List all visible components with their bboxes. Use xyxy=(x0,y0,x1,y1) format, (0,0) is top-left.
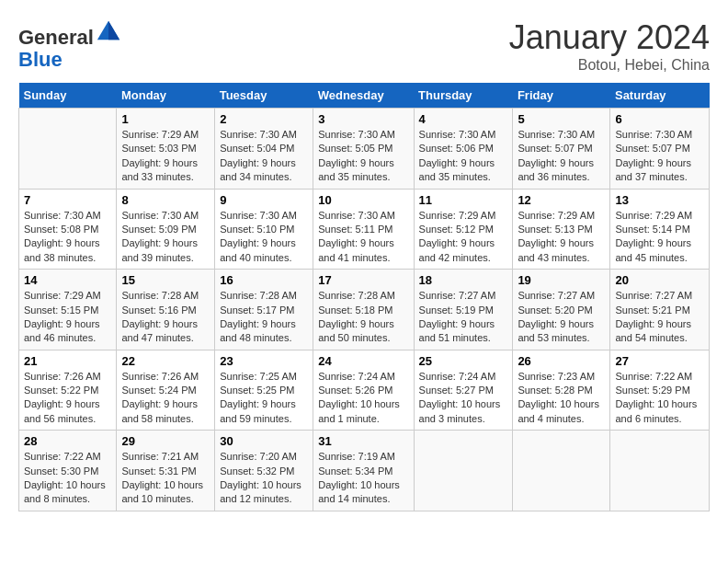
day-info: Sunrise: 7:28 AM Sunset: 5:18 PM Dayligh… xyxy=(318,289,408,346)
day-number: 3 xyxy=(318,112,408,126)
day-number: 11 xyxy=(419,193,508,207)
calendar-cell: 20Sunrise: 7:27 AM Sunset: 5:21 PM Dayli… xyxy=(610,270,710,350)
weekday-header-cell: Saturday xyxy=(610,83,710,109)
calendar-cell: 21Sunrise: 7:26 AM Sunset: 5:22 PM Dayli… xyxy=(19,350,117,431)
day-number: 25 xyxy=(419,354,508,368)
calendar-cell xyxy=(19,109,117,190)
title-block: January 2024 Botou, Hebei, China xyxy=(509,18,710,74)
calendar-cell: 4Sunrise: 7:30 AM Sunset: 5:06 PM Daylig… xyxy=(414,109,513,190)
day-number: 6 xyxy=(615,112,704,126)
logo-icon xyxy=(96,18,121,44)
calendar-cell: 9Sunrise: 7:30 AM Sunset: 5:10 PM Daylig… xyxy=(215,189,313,270)
day-number: 17 xyxy=(318,273,408,287)
svg-marker-1 xyxy=(108,21,119,40)
day-info: Sunrise: 7:27 AM Sunset: 5:20 PM Dayligh… xyxy=(518,289,605,346)
page-header: General Blue January 2024 Botou, Hebei, … xyxy=(18,18,710,74)
day-number: 16 xyxy=(220,273,308,287)
day-info: Sunrise: 7:26 AM Sunset: 5:22 PM Dayligh… xyxy=(24,370,111,427)
day-info: Sunrise: 7:20 AM Sunset: 5:32 PM Dayligh… xyxy=(220,450,308,507)
day-info: Sunrise: 7:29 AM Sunset: 5:13 PM Dayligh… xyxy=(518,209,605,266)
calendar-cell: 18Sunrise: 7:27 AM Sunset: 5:19 PM Dayli… xyxy=(414,270,513,350)
day-info: Sunrise: 7:25 AM Sunset: 5:25 PM Dayligh… xyxy=(220,370,308,427)
day-number: 24 xyxy=(318,354,408,368)
calendar-cell xyxy=(414,431,513,511)
day-number: 21 xyxy=(24,354,111,368)
calendar-cell: 5Sunrise: 7:30 AM Sunset: 5:07 PM Daylig… xyxy=(513,109,610,190)
day-info: Sunrise: 7:30 AM Sunset: 5:07 PM Dayligh… xyxy=(615,128,704,185)
calendar-cell: 31Sunrise: 7:19 AM Sunset: 5:34 PM Dayli… xyxy=(313,431,414,511)
day-info: Sunrise: 7:29 AM Sunset: 5:12 PM Dayligh… xyxy=(419,209,508,266)
calendar-cell: 24Sunrise: 7:24 AM Sunset: 5:26 PM Dayli… xyxy=(313,350,414,431)
day-number: 4 xyxy=(419,112,508,126)
day-info: Sunrise: 7:24 AM Sunset: 5:27 PM Dayligh… xyxy=(419,370,508,427)
day-info: Sunrise: 7:27 AM Sunset: 5:19 PM Dayligh… xyxy=(419,289,508,346)
day-info: Sunrise: 7:30 AM Sunset: 5:04 PM Dayligh… xyxy=(220,128,308,185)
day-number: 10 xyxy=(318,193,408,207)
day-number: 1 xyxy=(121,112,210,126)
calendar-cell: 8Sunrise: 7:30 AM Sunset: 5:09 PM Daylig… xyxy=(117,189,215,270)
day-info: Sunrise: 7:30 AM Sunset: 5:10 PM Dayligh… xyxy=(220,209,308,266)
calendar-cell: 14Sunrise: 7:29 AM Sunset: 5:15 PM Dayli… xyxy=(19,270,117,350)
calendar-week-row: 1Sunrise: 7:29 AM Sunset: 5:03 PM Daylig… xyxy=(19,109,710,190)
calendar-cell: 10Sunrise: 7:30 AM Sunset: 5:11 PM Dayli… xyxy=(313,189,414,270)
day-info: Sunrise: 7:30 AM Sunset: 5:11 PM Dayligh… xyxy=(318,209,408,266)
weekday-header-cell: Sunday xyxy=(19,83,117,109)
calendar-week-row: 7Sunrise: 7:30 AM Sunset: 5:08 PM Daylig… xyxy=(19,189,710,270)
weekday-header-cell: Wednesday xyxy=(313,83,414,109)
calendar-cell: 17Sunrise: 7:28 AM Sunset: 5:18 PM Dayli… xyxy=(313,270,414,350)
logo-blue: Blue xyxy=(18,48,63,71)
day-number: 8 xyxy=(121,193,210,207)
day-info: Sunrise: 7:28 AM Sunset: 5:16 PM Dayligh… xyxy=(121,289,210,346)
day-number: 9 xyxy=(220,193,308,207)
day-number: 15 xyxy=(121,273,210,287)
day-number: 31 xyxy=(318,434,408,448)
day-number: 30 xyxy=(220,434,308,448)
day-info: Sunrise: 7:28 AM Sunset: 5:17 PM Dayligh… xyxy=(220,289,308,346)
day-number: 22 xyxy=(121,354,210,368)
calendar-cell: 7Sunrise: 7:30 AM Sunset: 5:08 PM Daylig… xyxy=(19,189,117,270)
day-number: 29 xyxy=(121,434,210,448)
day-info: Sunrise: 7:24 AM Sunset: 5:26 PM Dayligh… xyxy=(318,370,408,427)
day-info: Sunrise: 7:29 AM Sunset: 5:14 PM Dayligh… xyxy=(615,209,704,266)
day-info: Sunrise: 7:21 AM Sunset: 5:31 PM Dayligh… xyxy=(121,450,210,507)
calendar-cell: 30Sunrise: 7:20 AM Sunset: 5:32 PM Dayli… xyxy=(215,431,313,511)
day-number: 20 xyxy=(615,273,704,287)
day-number: 12 xyxy=(518,193,605,207)
day-info: Sunrise: 7:29 AM Sunset: 5:03 PM Dayligh… xyxy=(121,128,210,185)
calendar-cell: 26Sunrise: 7:23 AM Sunset: 5:28 PM Dayli… xyxy=(513,350,610,431)
day-number: 26 xyxy=(518,354,605,368)
calendar-cell xyxy=(513,431,610,511)
calendar-cell: 25Sunrise: 7:24 AM Sunset: 5:27 PM Dayli… xyxy=(414,350,513,431)
weekday-header-cell: Thursday xyxy=(414,83,513,109)
weekday-header-row: SundayMondayTuesdayWednesdayThursdayFrid… xyxy=(19,83,710,109)
calendar-week-row: 21Sunrise: 7:26 AM Sunset: 5:22 PM Dayli… xyxy=(19,350,710,431)
day-number: 5 xyxy=(518,112,605,126)
day-number: 13 xyxy=(615,193,704,207)
calendar-week-row: 28Sunrise: 7:22 AM Sunset: 5:30 PM Dayli… xyxy=(19,431,710,511)
day-info: Sunrise: 7:27 AM Sunset: 5:21 PM Dayligh… xyxy=(615,289,704,346)
day-info: Sunrise: 7:26 AM Sunset: 5:24 PM Dayligh… xyxy=(121,370,210,427)
day-info: Sunrise: 7:22 AM Sunset: 5:30 PM Dayligh… xyxy=(24,450,111,507)
weekday-header-cell: Tuesday xyxy=(215,83,313,109)
calendar-cell: 1Sunrise: 7:29 AM Sunset: 5:03 PM Daylig… xyxy=(117,109,215,190)
day-info: Sunrise: 7:19 AM Sunset: 5:34 PM Dayligh… xyxy=(318,450,408,507)
day-number: 19 xyxy=(518,273,605,287)
day-info: Sunrise: 7:29 AM Sunset: 5:15 PM Dayligh… xyxy=(24,289,111,346)
calendar-body: 1Sunrise: 7:29 AM Sunset: 5:03 PM Daylig… xyxy=(19,109,710,511)
day-info: Sunrise: 7:30 AM Sunset: 5:09 PM Dayligh… xyxy=(121,209,210,266)
day-number: 23 xyxy=(220,354,308,368)
calendar-cell: 22Sunrise: 7:26 AM Sunset: 5:24 PM Dayli… xyxy=(117,350,215,431)
day-info: Sunrise: 7:30 AM Sunset: 5:05 PM Dayligh… xyxy=(318,128,408,185)
calendar-cell: 15Sunrise: 7:28 AM Sunset: 5:16 PM Dayli… xyxy=(117,270,215,350)
calendar-week-row: 14Sunrise: 7:29 AM Sunset: 5:15 PM Dayli… xyxy=(19,270,710,350)
calendar-cell: 27Sunrise: 7:22 AM Sunset: 5:29 PM Dayli… xyxy=(610,350,710,431)
calendar-cell: 19Sunrise: 7:27 AM Sunset: 5:20 PM Dayli… xyxy=(513,270,610,350)
weekday-header-cell: Friday xyxy=(513,83,610,109)
day-number: 27 xyxy=(615,354,704,368)
page-subtitle: Botou, Hebei, China xyxy=(509,57,710,74)
day-number: 2 xyxy=(220,112,308,126)
calendar-cell: 11Sunrise: 7:29 AM Sunset: 5:12 PM Dayli… xyxy=(414,189,513,270)
calendar-cell: 6Sunrise: 7:30 AM Sunset: 5:07 PM Daylig… xyxy=(610,109,710,190)
calendar-cell: 23Sunrise: 7:25 AM Sunset: 5:25 PM Dayli… xyxy=(215,350,313,431)
page-title: January 2024 xyxy=(509,18,710,57)
